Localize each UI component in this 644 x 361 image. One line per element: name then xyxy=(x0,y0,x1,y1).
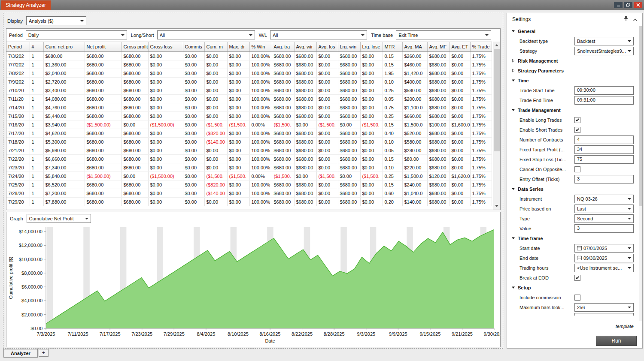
entry-offset-ticks-input[interactable]: 3 xyxy=(574,175,634,184)
trade-start-time-input[interactable]: 09:30:00 xyxy=(574,86,634,95)
tab-analyzer[interactable]: Analyzer xyxy=(3,349,38,358)
table-scrollbar[interactable] xyxy=(493,42,500,210)
column-header-max-dr[interactable]: Max. dr xyxy=(227,42,249,52)
table-row[interactable]: 7/9/2021$2,720.00$680.00$680.00$0.00$0.0… xyxy=(6,78,492,86)
table-row[interactable]: 7/28/201$7,200.00$680.00$680.00$0.00$0.0… xyxy=(6,189,492,198)
scroll-up-icon[interactable] xyxy=(493,42,500,49)
table-row[interactable]: 7/18/201$5,300.00$680.00$680.00$0.00$0.0… xyxy=(6,138,492,146)
section-time-frame[interactable]: Time frame xyxy=(510,233,637,243)
collapse-triangle-icon[interactable] xyxy=(511,108,515,112)
value-input[interactable]: 3 xyxy=(574,224,634,233)
table-row[interactable]: 7/3/2021$680.00$680.00$680.00$0.00$0.00$… xyxy=(6,52,492,60)
window-title-tab[interactable]: Strategy Analyzer xyxy=(1,0,51,10)
column-header-gross-profit[interactable]: Gross profit xyxy=(122,42,148,52)
section-risk-management[interactable]: Risk Management xyxy=(510,56,637,66)
collapse-panel-icon[interactable] xyxy=(633,17,638,22)
expand-triangle-icon[interactable] xyxy=(511,59,515,63)
table-row[interactable]: 7/10/201$3,400.00$680.00$680.00$0.00$0.0… xyxy=(6,86,492,95)
include-commission-checkbox[interactable] xyxy=(574,295,580,301)
section-general[interactable]: General xyxy=(510,26,637,36)
clipped-select[interactable] xyxy=(574,313,634,316)
column-header-cum-net-pro[interactable]: Cum. net pro xyxy=(43,42,85,52)
collapse-triangle-icon[interactable] xyxy=(511,187,515,191)
settings-scroll-thumb[interactable] xyxy=(639,26,642,206)
collapse-triangle-icon[interactable] xyxy=(511,78,515,82)
table-row[interactable]: 7/14/201$4,760.00$680.00$680.00$0.00$0.0… xyxy=(6,103,492,112)
maximum-bars-look-select[interactable]: 256 xyxy=(574,303,634,312)
settings-scrollbar[interactable] xyxy=(639,26,642,321)
filter-long-short-select[interactable]: All xyxy=(157,30,255,39)
break-at-eod-checkbox[interactable] xyxy=(574,275,580,281)
column-header-cum-m[interactable]: Cum. m xyxy=(204,42,227,52)
section-setup[interactable]: Setup xyxy=(510,283,637,292)
column-header-avg-wir[interactable]: Avg. wir xyxy=(294,42,316,52)
trading-hours-select[interactable]: <Use instrument se... xyxy=(574,264,634,272)
graph-select[interactable]: Cumulative Net Profit xyxy=(27,214,91,223)
enable-short-trades-checkbox[interactable] xyxy=(574,127,580,133)
collapse-triangle-icon[interactable] xyxy=(511,236,515,240)
section-strategy-parameters[interactable]: Strategy Parameters xyxy=(510,66,637,75)
fixed-target-profit-input[interactable]: 34 xyxy=(574,145,634,154)
column-header-period[interactable]: Period xyxy=(6,42,30,52)
scroll-down-icon[interactable] xyxy=(493,202,500,210)
collapse-triangle-icon[interactable] xyxy=(511,286,515,289)
section-time[interactable]: Time xyxy=(510,75,637,85)
table-row[interactable]: 7/23/201$7,340.00$680.00$680.00$0.00$0.0… xyxy=(6,163,492,172)
analysis-table-wrap: Period#Cum. net proNet profitGross profi… xyxy=(6,42,493,210)
filter-period-select[interactable]: Daily xyxy=(26,30,127,39)
column-header-[interactable]: # xyxy=(30,42,43,52)
cell: $0.00 xyxy=(148,155,183,163)
table-row[interactable]: 7/11/201$4,080.00$680.00$680.00$0.00$0.0… xyxy=(6,95,492,103)
column-header-win[interactable]: % Win xyxy=(249,42,272,52)
column-header-lrg-win[interactable]: Lrg. win xyxy=(338,42,360,52)
table-row[interactable]: 7/29/201$7,880.00$680.00$680.00$0.00$0.0… xyxy=(6,198,492,206)
section-data-series[interactable]: Data Series xyxy=(510,184,637,194)
collapse-triangle-icon[interactable] xyxy=(511,29,515,33)
column-header-avg-mf[interactable]: Avg. MF xyxy=(427,42,450,52)
close-button[interactable] xyxy=(634,2,642,8)
strategy-select[interactable]: SnoInvestStrategies9... xyxy=(574,47,634,55)
table-row[interactable]: 7/25/201$6,520.00$680.00$680.00$0.00$0.0… xyxy=(6,180,492,189)
table-row[interactable]: 7/16/201$3,940.00($1,500.00)$0.00($1,500… xyxy=(6,120,492,129)
section-trade-management[interactable]: Trade Management xyxy=(510,105,637,115)
table-row[interactable]: 7/17/201$4,620.00$680.00$680.00$0.00$0.0… xyxy=(6,129,492,138)
column-header-commis[interactable]: Commis xyxy=(183,42,204,52)
pin-icon[interactable] xyxy=(623,16,629,22)
column-header-avg-tra[interactable]: Avg. tra xyxy=(272,42,294,52)
table-row[interactable]: 7/15/201$5,440.00$680.00$680.00$0.00$0.0… xyxy=(6,112,492,120)
table-row[interactable]: 7/22/201$6,660.00$680.00$680.00$0.00$0.0… xyxy=(6,155,492,163)
restore-button[interactable] xyxy=(624,2,632,8)
scroll-thumb[interactable] xyxy=(494,49,500,151)
column-header-net-profit[interactable]: Net profit xyxy=(85,42,122,52)
fixed-stop-loss-tic-input[interactable]: 75 xyxy=(574,155,634,164)
end-date-select[interactable]: 09/30/2025 xyxy=(574,254,634,262)
column-header-avg-et[interactable]: Avg. ET xyxy=(450,42,470,52)
price-based-on-select[interactable]: Last xyxy=(574,205,634,213)
cancel-on-opposite-checkbox[interactable] xyxy=(574,166,580,172)
start-date-select[interactable]: 07/01/2025 xyxy=(574,244,634,253)
filter-time-base-select[interactable]: Exit Time xyxy=(396,30,491,39)
run-button[interactable]: Run xyxy=(596,336,637,346)
table-row[interactable]: 7/24/201$5,840.00($1,500.00)$0.00($1,500… xyxy=(6,172,492,180)
instrument-select[interactable]: NQ 03-26 xyxy=(574,195,634,203)
column-header-mtr[interactable]: MTR xyxy=(383,42,402,52)
filter-w-l-select[interactable]: All xyxy=(270,30,367,39)
trade-end-time-input[interactable]: 09:31:00 xyxy=(574,96,634,105)
table-row[interactable]: 7/7/2021$1,360.00$680.00$680.00$0.00$0.0… xyxy=(6,60,492,69)
column-header-avg-ma[interactable]: Avg. MA xyxy=(402,42,427,52)
type-select[interactable]: Second xyxy=(574,214,634,223)
expand-triangle-icon[interactable] xyxy=(511,69,515,72)
column-header-lrg-lose[interactable]: Lrg. lose xyxy=(360,42,383,52)
number-of-contracts-input[interactable]: 4 xyxy=(574,135,634,144)
column-header-trade[interactable]: % Trade xyxy=(470,42,492,52)
backtest-type-select[interactable]: Backtest xyxy=(574,37,634,45)
template-link[interactable]: template xyxy=(616,324,634,329)
minimize-button[interactable] xyxy=(614,2,623,8)
column-header-avg-los[interactable]: Avg. los xyxy=(316,42,338,52)
table-row[interactable]: 7/8/2021$2,040.00$680.00$680.00$0.00$0.0… xyxy=(6,69,492,78)
add-tab-button[interactable]: + xyxy=(39,349,49,357)
enable-long-trades-checkbox[interactable] xyxy=(574,117,580,123)
column-header-gross-loss[interactable]: Gross loss xyxy=(148,42,183,52)
display-select[interactable]: Analysis ($) xyxy=(26,16,86,25)
table-row[interactable]: 7/21/201$5,980.00$680.00$680.00$0.00$0.0… xyxy=(6,146,492,155)
